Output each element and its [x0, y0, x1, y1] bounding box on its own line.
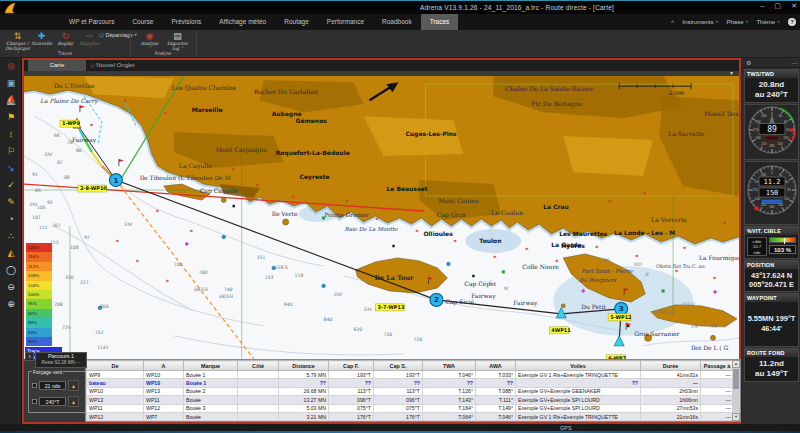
compass-icon[interactable]: ◔ — [0, 211, 22, 228]
charger-decharger-button[interactable]: ⇅Charger /Décharger ˅ — [4, 31, 31, 51]
route-fond-panel: ROUTE FOND 11.2nd au 149°T — [744, 348, 799, 382]
wind-speed-checkbox[interactable] — [32, 383, 37, 388]
waypoint-label — [549, 327, 568, 334]
table-row[interactable]: bateauWP10Bouée 1????????????— — [87, 379, 734, 387]
sidebar-options-icon[interactable]: ⋯ — [791, 59, 797, 66]
instruments-menu[interactable]: Instruments˅ — [682, 19, 718, 25]
position-panel: POSITION 43°17.624 N 005°20.471 E — [744, 260, 799, 292]
help-icon[interactable]: ? — [788, 18, 796, 26]
table-row[interactable]: WP13WP11Bouée13.27 MN096°T096°TT.143°T.1… — [87, 396, 734, 404]
ribbon-tab-pr-visions[interactable]: Prévisions — [162, 14, 210, 30]
wind-speed-field[interactable]: 21 nds — [39, 381, 66, 390]
ribbon-tab-affichage-m-t-o[interactable]: Affichage météo — [210, 14, 275, 30]
waypoint-2[interactable] — [430, 293, 443, 306]
light-symbol — [447, 262, 451, 266]
col-header-a[interactable]: A — [144, 361, 184, 371]
status-bar: GPS — [0, 424, 800, 433]
theme-menu[interactable]: Thème˅ — [756, 19, 780, 25]
scroll-down-icon[interactable]: ▼ — [732, 413, 740, 421]
protractor-icon[interactable]: ◭ — [0, 245, 22, 262]
scroll-thumb[interactable] — [733, 369, 739, 389]
scroll-up-icon[interactable]: ▲ — [732, 360, 740, 368]
route-fond-header: ROUTE FOND — [745, 349, 798, 357]
wind-dir-checkbox[interactable] — [32, 399, 37, 404]
dots-tool-icon[interactable]: ∴ — [0, 228, 22, 245]
ribbon-tab-roadbook[interactable]: Roadbook — [373, 14, 421, 30]
table-row[interactable]: WP12WP7Bouée3.21 MN176°T176°TT.064°T.046… — [87, 412, 734, 420]
marks-icon[interactable]: ⚐ — [0, 143, 22, 160]
target-speed-box: cible 10.7 nds — [747, 237, 767, 256]
wind-speed-wizard-button[interactable]: ▲ — [68, 380, 79, 391]
minimize-button[interactable]: – — [761, 2, 765, 10]
target-speed-panel: %VIT. CIBLE cible 10.7 nds 103 % — [744, 226, 799, 259]
maximize-button[interactable]: ▢ — [775, 2, 782, 10]
chart-map[interactable]: 2.5MN De L'ErevineLa Plaine De CarryLes … — [24, 76, 739, 359]
trace-scale-step: 80% — [26, 337, 52, 346]
zoom-in-icon[interactable]: ⊕ — [0, 296, 22, 313]
ribbon-tab-traces[interactable]: Traces — [421, 14, 459, 30]
ribbon-tab-performance[interactable]: Performance — [318, 14, 373, 30]
gear-icon[interactable]: ⚙ — [746, 59, 751, 66]
parcours-header[interactable]: Parcours 1 Reste 92.28 MN - - — [35, 352, 87, 368]
col-header-dur-e[interactable]: Durée — [641, 361, 701, 371]
table-row[interactable]: WP10WP13Bouée 226.68 MN113°T113°TT.126°T… — [87, 387, 734, 395]
tab-carte[interactable]: Carte — [28, 60, 86, 71]
replay-button[interactable]: ↻Replay — [52, 31, 79, 51]
position-header: POSITION — [745, 261, 798, 269]
chevron-down-icon[interactable]: ▾ — [730, 69, 733, 76]
light-symbol — [272, 266, 276, 270]
table-row[interactable]: WP11WP12Bouée 35.03 MN075°T075°TT.164°T.… — [87, 404, 734, 412]
collapse-ribbon-icon[interactable]: ˄ — [671, 19, 675, 25]
validate-marks-icon[interactable]: ✓ — [0, 177, 22, 194]
draw-icon[interactable]: ✎ — [0, 194, 22, 211]
green-mark-symbol — [662, 289, 665, 292]
group-separator — [130, 30, 131, 57]
col-header-passage[interactable]: Passage à — [701, 361, 734, 371]
col-header-cap-f[interactable]: Cap F. — [329, 361, 374, 371]
measure-circle-icon[interactable]: ◯ — [0, 262, 22, 279]
target-speed-percent: 103 % — [769, 245, 796, 254]
table-row[interactable]: WP9WP10Bouée 15.79 MN193°T193°TT.046°T.0… — [87, 371, 734, 379]
instrument-sidebar: ⚙ ⋯ TWS/TWD 20.8nd au 240°T 030609012015… — [743, 58, 800, 424]
forcage-vent-label: Forçage vent — [32, 369, 63, 375]
mob-lifebuoy-icon[interactable]: ◎ — [0, 58, 22, 75]
col-header-cap-s[interactable]: Cap S. — [374, 361, 423, 371]
col-header-voiles[interactable]: Voiles — [516, 361, 641, 371]
wind-dir-wizard-button[interactable]: ▲ — [68, 396, 79, 407]
importer-log-button[interactable]: ▤Importerlog ˅ — [164, 31, 191, 51]
chart-window: Carte ◇ Nouvel Onglet ▾ — [22, 58, 741, 424]
bottom-dock: x Parcours 1 Reste 92.28 MN - - Forçage … — [24, 359, 739, 422]
start-line-icon[interactable]: ⛵ — [0, 92, 22, 109]
close-parcours-icon[interactable]: x — [25, 352, 34, 361]
phase-menu[interactable]: Phase˅ — [726, 19, 748, 25]
ribbon-tab-wp-et-parcours[interactable]: WP et Parcours — [60, 14, 123, 30]
close-button[interactable]: ✕ — [791, 2, 797, 10]
tab-nouvel-onglet[interactable]: ◇ Nouvel Onglet — [90, 60, 134, 71]
col-header-twa[interactable]: TWA — [423, 361, 476, 371]
waypoint-list-icon[interactable]: ⁝ — [0, 126, 22, 143]
tws-twd-header: TWS/TWD — [745, 70, 798, 78]
chart-map-area[interactable]: 2.5MN De L'ErevineLa Plaine De CarryLes … — [24, 76, 739, 359]
bearing-arrow-icon[interactable]: ↘ — [0, 160, 22, 177]
zoom-out-icon[interactable]: ⊖ — [0, 279, 22, 296]
col-header-distance[interactable]: Distance — [279, 361, 329, 371]
col-header-de[interactable]: De — [87, 361, 144, 371]
trace-scale-step: 120% — [26, 243, 52, 252]
col-header-marque[interactable]: Marque — [184, 361, 238, 371]
table-scrollbar[interactable]: ▲ ▼ — [732, 360, 740, 421]
route-flag-icon[interactable]: ⚑ — [0, 109, 22, 126]
col-header-c-t[interactable]: Côté — [238, 361, 279, 371]
compass-gauge: 0306090120150180210240270300330 89 — [744, 104, 799, 160]
ribbon-tab-course[interactable]: Course — [123, 14, 162, 30]
waypoint-1[interactable] — [109, 174, 122, 187]
col-header-awa[interactable]: AWA — [476, 361, 516, 371]
waypoint-3[interactable] — [615, 302, 628, 315]
ribbon-tab-routage[interactable]: Routage — [275, 14, 318, 30]
wind-dir-field[interactable]: 240°T — [39, 397, 66, 406]
longitude-value: 005°20.471 E — [745, 280, 798, 289]
depannage-button[interactable]: ⌬ Dépannage ˅ — [99, 31, 137, 38]
trace-scale-step: 116% — [26, 252, 52, 261]
chart-select-icon[interactable]: ▣ — [0, 75, 22, 92]
nouvelle-button[interactable]: ✚Nouvelle — [28, 31, 55, 51]
analyse-button[interactable]: ◉Analyse˅ — [136, 31, 163, 51]
